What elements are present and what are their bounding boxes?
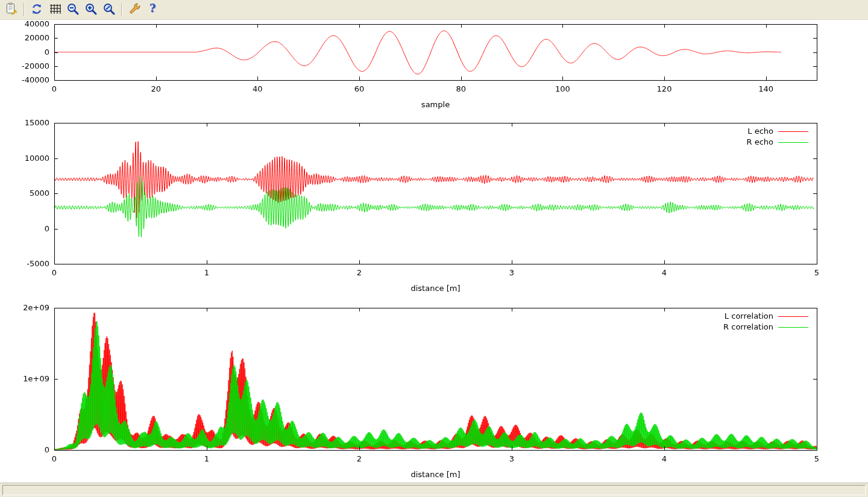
grid-icon xyxy=(48,2,62,18)
status-text xyxy=(2,485,866,495)
replot-icon xyxy=(30,2,44,18)
plot-area xyxy=(0,20,868,483)
copy-to-clipboard-button[interactable] xyxy=(3,2,20,17)
configure-button[interactable] xyxy=(126,2,143,17)
replot-button[interactable] xyxy=(28,2,45,17)
help-icon: ? ? xyxy=(145,2,160,18)
gnuplot-window: ? ? xyxy=(0,0,868,497)
help-button[interactable]: ? ? xyxy=(144,2,161,17)
toolbar: ? ? xyxy=(0,0,868,20)
status-bar xyxy=(0,483,868,497)
toggle-grid-button[interactable] xyxy=(46,2,63,17)
correlation-chart[interactable] xyxy=(0,304,868,483)
toolbar-separator xyxy=(121,3,122,16)
echo-chart[interactable] xyxy=(0,119,868,304)
clipboard-icon xyxy=(4,2,19,18)
zoom-previous-icon xyxy=(66,2,80,18)
zoom-next-button[interactable] xyxy=(83,2,99,17)
zoom-next-icon xyxy=(84,2,98,18)
signal-chart[interactable] xyxy=(0,20,868,119)
wrench-icon xyxy=(127,2,142,18)
zoom-previous-button[interactable] xyxy=(64,2,81,17)
svg-text:?: ? xyxy=(149,2,156,14)
autoscale-icon xyxy=(102,2,116,18)
autoscale-button[interactable] xyxy=(101,2,118,17)
toolbar-separator xyxy=(24,3,25,16)
